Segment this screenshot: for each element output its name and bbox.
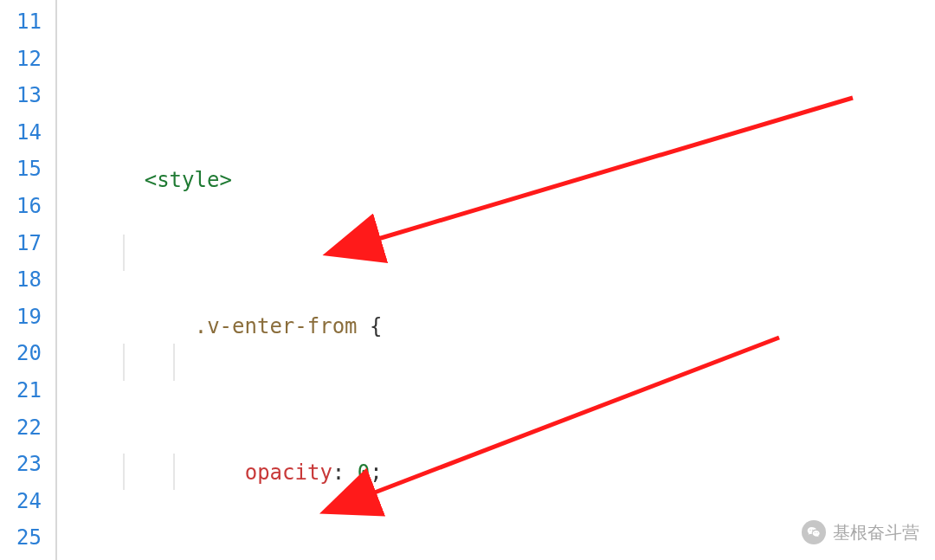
- line-number: 15: [0, 151, 52, 188]
- code-area[interactable]: <style> .v-enter-from { opacity: 0; tran…: [52, 0, 935, 560]
- code-editor[interactable]: 111213141516171819202122232425 <style> .…: [0, 0, 935, 560]
- line-number: 14: [0, 114, 52, 151]
- indent-guide: [173, 344, 175, 381]
- code-line[interactable]: transform: translateY(30px);: [52, 454, 935, 491]
- line-number: 17: [0, 225, 52, 262]
- line-number: 23: [0, 446, 52, 483]
- line-number: 24: [0, 483, 52, 520]
- line-number: 20: [0, 335, 52, 372]
- wechat-icon: [802, 520, 826, 544]
- line-number: 16: [0, 188, 52, 225]
- line-number: 19: [0, 299, 52, 336]
- indent-guide: [173, 454, 175, 491]
- line-number: 11: [0, 3, 52, 41]
- line-number-gutter: 111213141516171819202122232425: [0, 0, 52, 560]
- indent-guide: [123, 235, 125, 272]
- code-span: .v-enter-from {: [145, 314, 383, 338]
- indent-guide: [123, 344, 125, 381]
- indent-guide: [123, 454, 125, 491]
- watermark-text: 基根奋斗营: [833, 521, 919, 544]
- line-number: 13: [0, 77, 52, 114]
- style-open-tag: <style>: [145, 168, 232, 192]
- line-number: 22: [0, 409, 52, 447]
- code-line[interactable]: .v-enter-from {: [52, 235, 935, 272]
- line-number: 12: [0, 41, 52, 78]
- code-line[interactable]: opacity: 0;: [52, 344, 935, 381]
- line-number: 18: [0, 261, 52, 299]
- code-line[interactable]: <style>: [52, 125, 935, 162]
- watermark: 基根奋斗营: [802, 520, 919, 544]
- line-number: 25: [0, 519, 52, 557]
- line-number: 21: [0, 372, 52, 409]
